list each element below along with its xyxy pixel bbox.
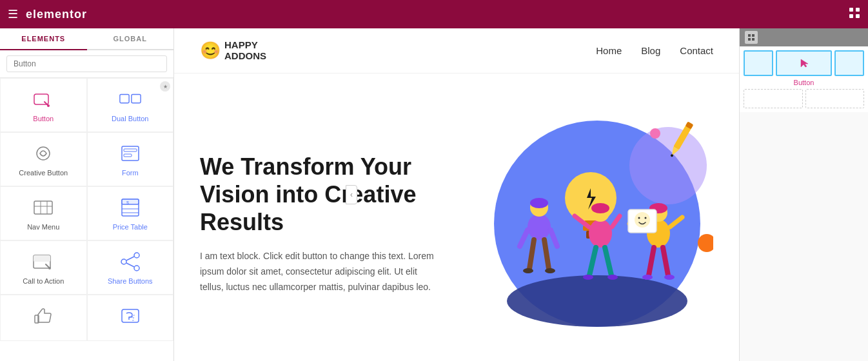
svg-rect-7 xyxy=(132,94,141,102)
element-button[interactable]: Button xyxy=(0,78,87,132)
search-bar xyxy=(0,50,173,78)
svg-point-33 xyxy=(507,275,687,327)
panel-dashed-box-right xyxy=(805,89,865,108)
nav-link-contact[interactable]: Contact xyxy=(680,45,713,56)
svg-point-64 xyxy=(635,212,650,228)
svg-point-70 xyxy=(664,275,675,280)
nav-link-home[interactable]: Home xyxy=(596,45,622,56)
tab-elements[interactable]: ELEMENTS xyxy=(0,28,87,50)
nav-links: Home Blog Contact xyxy=(596,45,713,56)
button-label: Button xyxy=(33,115,54,122)
svg-rect-77 xyxy=(748,38,751,41)
element-form[interactable]: Form xyxy=(87,132,174,186)
svg-point-43 xyxy=(523,268,533,273)
svg-line-28 xyxy=(126,263,134,267)
panel-preview-box-center[interactable] xyxy=(776,50,833,76)
dual-button-badge: ★ xyxy=(160,81,170,92)
element-thumb-up[interactable] xyxy=(0,295,87,341)
creative-button-label: Creative Button xyxy=(19,169,68,177)
panel-dashed-box-left xyxy=(744,89,803,108)
svg-rect-76 xyxy=(752,34,755,37)
svg-rect-1 xyxy=(856,8,860,12)
svg-rect-30 xyxy=(122,309,139,322)
sidebar-tabs: ELEMENTS GLOBAL xyxy=(0,28,173,50)
nav-menu-label: Nav Menu xyxy=(27,223,59,231)
svg-point-5 xyxy=(47,104,50,107)
svg-point-66 xyxy=(645,217,647,219)
svg-rect-9 xyxy=(122,146,139,161)
cta-icon xyxy=(32,250,55,273)
preview-hero: We Transform Your Vision into Creative R… xyxy=(174,73,739,361)
dual-button-label: Dual Button xyxy=(112,115,148,122)
element-nav-menu[interactable]: Nav Menu xyxy=(0,186,87,240)
cta-label: Call to Action xyxy=(23,277,64,285)
element-paypal[interactable] xyxy=(87,295,174,341)
svg-rect-2 xyxy=(849,14,853,18)
creative-button-icon xyxy=(32,142,55,165)
panel-preview-row xyxy=(744,50,864,76)
logo-text-wrap: HAPPY ADDONS xyxy=(224,40,266,61)
grid-icon[interactable]: ​ xyxy=(849,7,860,22)
svg-point-56 xyxy=(583,275,593,280)
tab-global[interactable]: GLOBAL xyxy=(87,28,174,49)
app-title: elementor xyxy=(26,8,87,21)
panel-button-label: Button xyxy=(744,79,864,86)
svg-rect-11 xyxy=(124,154,132,157)
svg-rect-3 xyxy=(856,14,860,18)
hero-image xyxy=(455,114,713,333)
topbar-left: ☰ elementor xyxy=(8,7,87,21)
element-share-buttons[interactable]: Share Buttons xyxy=(87,240,174,295)
canvas-area: 😊 HAPPY ADDONS Home Blog Contact We Tran… xyxy=(174,28,739,361)
button-icon xyxy=(32,88,55,111)
right-panel-header xyxy=(740,28,868,46)
panel-preview-box-left xyxy=(744,50,773,76)
canvas-inner: 😊 HAPPY ADDONS Home Blog Contact We Tran… xyxy=(174,28,739,361)
right-panel-content: Button xyxy=(740,46,868,112)
svg-point-26 xyxy=(134,266,139,271)
hero-text: We Transform Your Vision into Creative R… xyxy=(200,153,436,295)
main-layout: ELEMENTS GLOBAL Button ★ xyxy=(0,28,868,361)
share-buttons-label: Share Buttons xyxy=(108,277,153,285)
elements-grid: Button ★ Dual Button xyxy=(0,78,173,341)
svg-point-57 xyxy=(607,275,618,280)
svg-point-23 xyxy=(48,267,51,269)
right-panel: Button xyxy=(739,28,868,361)
form-icon xyxy=(119,142,142,165)
svg-point-49 xyxy=(589,219,612,248)
sidebar: ELEMENTS GLOBAL Button ★ xyxy=(0,28,174,361)
preview-nav: 😊 HAPPY ADDONS Home Blog Contact xyxy=(174,28,739,73)
logo-line2: ADDONS xyxy=(224,51,266,62)
search-input[interactable] xyxy=(6,55,167,72)
svg-rect-75 xyxy=(748,34,751,37)
svg-point-35 xyxy=(650,128,660,139)
svg-point-38 xyxy=(530,198,548,208)
svg-rect-12 xyxy=(34,201,52,214)
element-price-table[interactable]: $ Price Table xyxy=(87,186,174,240)
panel-preview-box-right xyxy=(834,50,864,76)
svg-point-25 xyxy=(121,259,126,264)
dual-button-icon xyxy=(119,88,142,111)
panel-icon-grid[interactable] xyxy=(745,31,758,44)
topbar: ☰ elementor ​ xyxy=(0,0,868,28)
svg-rect-0 xyxy=(849,8,853,12)
svg-rect-17 xyxy=(122,199,139,204)
element-call-to-action[interactable]: Call to Action xyxy=(0,240,87,295)
svg-rect-10 xyxy=(124,149,137,151)
preview-logo: 😊 HAPPY ADDONS xyxy=(200,40,266,61)
panel-dashed-row xyxy=(744,89,864,108)
hero-body: I am text block. Click edit button to ch… xyxy=(200,249,436,295)
paypal-icon xyxy=(119,304,142,327)
logo-line1: HAPPY xyxy=(224,40,266,51)
sidebar-collapse-button[interactable]: ‹ xyxy=(346,185,357,204)
nav-link-blog[interactable]: Blog xyxy=(641,45,660,56)
svg-line-27 xyxy=(126,257,134,260)
svg-point-34 xyxy=(698,234,713,252)
element-creative-button[interactable]: Creative Button xyxy=(0,132,87,186)
element-dual-button[interactable]: ★ Dual Button xyxy=(87,78,174,132)
svg-point-36 xyxy=(528,214,551,240)
price-table-label: Price Table xyxy=(113,223,148,231)
hamburger-icon[interactable]: ☰ xyxy=(8,7,18,21)
logo-emoji: 😊 xyxy=(200,41,221,61)
form-label: Form xyxy=(122,169,139,177)
svg-text:$: $ xyxy=(126,200,129,205)
